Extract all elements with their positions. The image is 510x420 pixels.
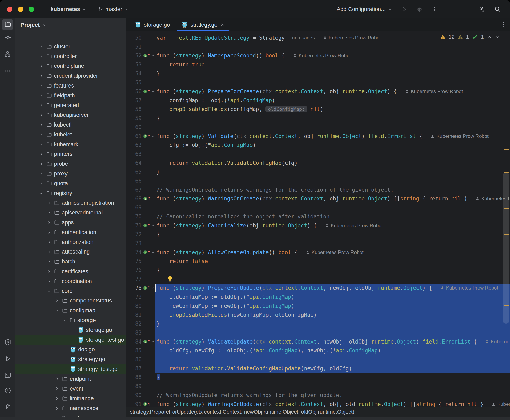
line-number[interactable]: 70	[126, 213, 142, 220]
chevron-right-icon[interactable]	[39, 122, 43, 127]
tree-item-controlplane[interactable]: controlplane	[15, 61, 126, 71]
chevron-right-icon[interactable]	[39, 54, 43, 59]
zoom-window-button[interactable]	[29, 7, 34, 12]
version-control-tool-window-button[interactable]	[0, 403, 15, 410]
override-up-arrow-icon[interactable]	[147, 53, 150, 58]
run-button[interactable]	[401, 6, 407, 12]
chevron-right-icon[interactable]	[39, 74, 43, 78]
code-line-71[interactable]: 71Ifunc (strategy) Canonicalize(obj runt…	[126, 221, 510, 230]
code-line-91[interactable]: 91Ifunc (strategy) WarningsOnUpdate(ctx …	[126, 400, 510, 406]
line-number[interactable]: 67	[126, 187, 142, 193]
tree-item-controller[interactable]: controller	[15, 52, 126, 61]
code-line-77[interactable]: 77	[126, 275, 510, 284]
code-line-67[interactable]: 67// WarningsOnCreate returns warnings f…	[126, 185, 510, 194]
git-blame-annotation[interactable]: Kubernetes Prow Robot	[440, 285, 498, 291]
chevron-right-icon[interactable]	[47, 240, 51, 244]
chevron-down-icon[interactable]	[62, 318, 67, 322]
line-number[interactable]: 63	[126, 151, 142, 157]
code-line-61[interactable]: 61Ifunc (strategy) Validate(ctx context.…	[126, 132, 510, 141]
usages-hint[interactable]: no usages	[292, 35, 315, 41]
line-number[interactable]: 74	[126, 249, 142, 255]
editor-scrollbar[interactable]	[502, 44, 510, 406]
tree-item-printers[interactable]: printers	[15, 149, 126, 159]
chevron-right-icon[interactable]	[39, 171, 43, 176]
tree-item-kubelet[interactable]: kubelet	[15, 130, 126, 139]
warning-stripe-mark[interactable]	[504, 185, 509, 186]
chevron-right-icon[interactable]	[39, 103, 43, 108]
services-tool-window-button[interactable]	[0, 338, 15, 346]
code-line-89[interactable]: 89	[126, 382, 510, 391]
git-blame-annotation[interactable]: Kubernetes Prow Robot	[431, 133, 488, 139]
line-number[interactable]: 73	[126, 240, 142, 246]
minimize-window-button[interactable]	[18, 7, 23, 12]
code-line-63[interactable]: 63	[126, 150, 510, 158]
code-line-81[interactable]: 81 dropDisabledFields(newConfigMap, oldC…	[126, 310, 510, 319]
implements-method-icon[interactable]: I	[143, 197, 147, 201]
chevron-right-icon[interactable]	[55, 299, 59, 303]
chevron-right-icon[interactable]	[39, 64, 43, 68]
override-up-arrow-icon[interactable]	[147, 339, 150, 344]
editor-options-button[interactable]	[501, 21, 507, 27]
tree-item-fieldpath[interactable]: fieldpath	[15, 90, 126, 100]
code-line-56[interactable]: 56Ifunc (strategy) PrepareForCreate(ctx …	[126, 87, 510, 96]
chevron-right-icon[interactable]	[39, 113, 43, 117]
warning-stripe-mark[interactable]	[504, 149, 509, 150]
project-tool-window-button[interactable]	[0, 19, 15, 30]
project-selector[interactable]: kubernetes	[51, 6, 86, 13]
fold-chevron-icon[interactable]	[151, 53, 155, 58]
override-up-arrow-icon[interactable]	[147, 134, 150, 138]
tree-item-configmap[interactable]: configmap	[15, 306, 126, 315]
tree-item-batch[interactable]: batch	[15, 257, 126, 267]
code-line-59[interactable]: 59}	[126, 114, 510, 123]
code-line-90[interactable]: 90// WarningsOnUpdate returns warnings f…	[126, 391, 510, 400]
implements-method-icon[interactable]: I	[143, 402, 147, 406]
vcs-branch-selector[interactable]: master	[98, 6, 129, 13]
fold-chevron-icon[interactable]	[151, 250, 155, 254]
line-number[interactable]: 66	[126, 178, 142, 184]
code-line-88[interactable]: 88}	[126, 373, 510, 382]
chevron-right-icon[interactable]	[39, 44, 43, 49]
tree-item-storage-go[interactable]: storage.go	[15, 325, 126, 335]
code-line-75[interactable]: 75 return false	[126, 257, 510, 266]
line-number[interactable]: 84	[126, 339, 142, 345]
code-line-72[interactable]: 72}	[126, 230, 510, 239]
tree-item-admissionregistration[interactable]: admissionregistration	[15, 198, 126, 208]
code-line-74[interactable]: 74Ifunc (strategy) AllowCreateOnUpdate()…	[126, 248, 510, 257]
line-number[interactable]: 59	[126, 115, 142, 121]
code-line-69[interactable]: 69	[126, 203, 510, 212]
tree-item-namespace[interactable]: namespace	[15, 404, 126, 413]
code-line-60[interactable]: 60	[126, 123, 510, 132]
tree-item-componentstatus[interactable]: componentstatus	[15, 296, 126, 306]
scrollbar-thumb[interactable]	[503, 172, 509, 324]
code-line-85[interactable]: 85 oldCfg, newCfg := oldObj.(*api.Config…	[126, 346, 510, 355]
implements-method-icon[interactable]: I	[143, 90, 147, 93]
close-window-button[interactable]	[7, 7, 13, 12]
code-line-65[interactable]: 65}	[126, 167, 510, 176]
tree-item-core[interactable]: core	[15, 286, 126, 296]
code-line-53[interactable]: 53 return true	[126, 60, 510, 69]
tree-item-cluster[interactable]: cluster	[15, 42, 126, 52]
chevron-right-icon[interactable]	[47, 201, 51, 205]
line-number[interactable]: 71	[126, 223, 142, 229]
line-number[interactable]: 58	[126, 106, 142, 112]
fold-chevron-icon[interactable]	[151, 286, 155, 290]
code-line-57[interactable]: 57 configMap := obj.(*api.ConfigMap)	[126, 96, 510, 105]
line-number[interactable]: 86	[126, 356, 142, 363]
code-line-86[interactable]: 86	[126, 355, 510, 364]
line-number[interactable]: 65	[126, 169, 142, 175]
warning-stripe-mark[interactable]	[504, 135, 509, 136]
line-number[interactable]: 77	[126, 276, 142, 282]
line-number[interactable]: 56	[126, 88, 142, 94]
tree-item-proxy[interactable]: proxy	[15, 169, 126, 179]
code-line-70[interactable]: 70// Canonicalize normalizes the object …	[126, 212, 510, 221]
more-tool-windows-button[interactable]	[0, 68, 15, 75]
implements-method-icon[interactable]: I	[143, 340, 147, 344]
implements-method-icon[interactable]: I	[143, 250, 147, 254]
code-line-82[interactable]: 82}	[126, 319, 510, 328]
run-tool-window-button[interactable]	[0, 355, 15, 362]
tree-item-authentication[interactable]: authentication	[15, 227, 126, 237]
chevron-right-icon[interactable]	[47, 260, 51, 264]
code-with-me-button[interactable]	[478, 6, 485, 13]
code-line-83[interactable]: 83	[126, 328, 510, 337]
line-number[interactable]: 80	[126, 303, 142, 309]
